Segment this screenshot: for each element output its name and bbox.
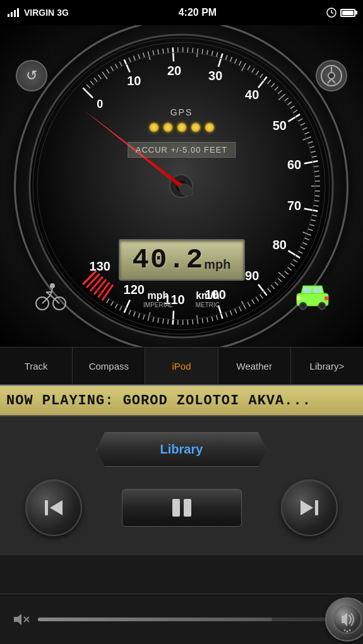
svg-line-21 bbox=[42, 295, 51, 303]
accuracy-display: ACCUR +/-5.00 FEET bbox=[128, 142, 236, 158]
svg-line-22 bbox=[51, 295, 59, 303]
gps-label: GPS bbox=[170, 107, 193, 117]
tab-library[interactable]: Library> bbox=[291, 348, 363, 384]
tab-ipod[interactable]: iPod bbox=[145, 348, 218, 384]
svg-point-48 bbox=[349, 629, 351, 631]
svg-rect-35 bbox=[45, 500, 48, 515]
gps-dot-1 bbox=[150, 123, 158, 132]
library-button-label: Library bbox=[160, 442, 203, 457]
speed-display: 40.2mph bbox=[119, 239, 245, 281]
status-left: VIRGIN 3G bbox=[8, 8, 69, 18]
unit-metric[interactable]: km/h METRIC bbox=[184, 286, 231, 312]
speedometer-section: ↺ GPS ACCUR +/-5.00 FEET 40.2mph mph IMP… bbox=[0, 25, 363, 347]
unit-imperial[interactable]: mph IMPERIAL bbox=[132, 286, 184, 312]
prev-icon bbox=[41, 495, 66, 520]
pause-icon bbox=[166, 495, 198, 520]
svg-point-30 bbox=[301, 304, 305, 308]
volume-section bbox=[0, 594, 363, 644]
svg-line-15 bbox=[328, 79, 331, 83]
next-button[interactable] bbox=[281, 479, 338, 536]
pause-button[interactable] bbox=[122, 489, 242, 527]
svg-rect-38 bbox=[184, 499, 191, 517]
svg-rect-34 bbox=[324, 296, 328, 300]
status-right bbox=[326, 8, 355, 18]
time-display: 4:20 PM bbox=[179, 7, 217, 18]
signal-bars bbox=[8, 8, 19, 17]
svg-line-16 bbox=[331, 79, 335, 83]
car-icon bbox=[294, 281, 331, 312]
mute-icon bbox=[13, 612, 30, 627]
mute-button[interactable] bbox=[13, 612, 30, 627]
svg-marker-36 bbox=[50, 500, 62, 515]
gps-dot-2 bbox=[164, 123, 172, 132]
prev-button[interactable] bbox=[25, 479, 82, 536]
cyclist-mode-button[interactable] bbox=[32, 278, 69, 315]
status-bar: VIRGIN 3G 4:20 PM bbox=[0, 0, 363, 25]
car-mode-button[interactable] bbox=[294, 278, 331, 315]
unit-mph-label: mph bbox=[143, 290, 173, 302]
now-playing-bar: NOW PLAYING: GOROD ZOLOTOI AKVA... bbox=[0, 385, 363, 416]
gps-dot-5 bbox=[205, 123, 214, 132]
svg-rect-39 bbox=[315, 500, 318, 515]
tab-bar: Track Compass iPod Weather Library> bbox=[0, 347, 363, 385]
svg-rect-28 bbox=[314, 287, 321, 293]
svg-point-47 bbox=[347, 630, 348, 632]
unit-kmh-label: km/h bbox=[196, 290, 220, 302]
gps-dot-3 bbox=[177, 123, 186, 132]
ipod-section: Library bbox=[0, 416, 363, 555]
speed-value: 40.2 bbox=[133, 244, 205, 276]
svg-marker-40 bbox=[301, 500, 313, 515]
clock-icon bbox=[326, 8, 336, 18]
network-label: 3G bbox=[57, 8, 69, 18]
svg-point-46 bbox=[344, 629, 346, 631]
svg-rect-27 bbox=[304, 287, 311, 293]
settings-button[interactable] bbox=[316, 60, 347, 91]
gps-dot-4 bbox=[191, 123, 200, 132]
battery-icon bbox=[340, 9, 355, 17]
library-btn-wrapper: Library bbox=[13, 432, 350, 467]
gps-dots bbox=[150, 123, 214, 132]
library-button[interactable]: Library bbox=[97, 432, 267, 467]
cyclist-icon bbox=[33, 279, 68, 314]
unit-metric-label: METRIC bbox=[196, 302, 220, 308]
speed-unit: mph bbox=[204, 257, 230, 271]
svg-marker-41 bbox=[14, 614, 21, 625]
tab-compass[interactable]: Compass bbox=[73, 348, 145, 384]
svg-line-2 bbox=[331, 13, 333, 13]
svg-point-19 bbox=[50, 283, 55, 288]
svg-rect-33 bbox=[297, 296, 301, 300]
reset-icon: ↺ bbox=[26, 67, 37, 84]
reset-button[interactable]: ↺ bbox=[16, 60, 47, 91]
controls-row bbox=[13, 473, 350, 542]
units-toggle: mph IMPERIAL km/h METRIC bbox=[132, 286, 231, 312]
volume-knob[interactable] bbox=[325, 597, 363, 641]
svg-rect-37 bbox=[172, 499, 180, 517]
svg-point-32 bbox=[320, 304, 324, 308]
carrier-label: VIRGIN bbox=[24, 8, 54, 18]
steering-wheel-icon bbox=[320, 64, 343, 87]
tab-weather[interactable]: Weather bbox=[218, 348, 291, 384]
now-playing-text: NOW PLAYING: GOROD ZOLOTOI AKVA... bbox=[0, 393, 311, 409]
volume-knob-icon bbox=[331, 604, 363, 635]
tab-track[interactable]: Track bbox=[0, 348, 73, 384]
next-icon bbox=[297, 495, 322, 520]
unit-imperial-label: IMPERIAL bbox=[143, 302, 173, 308]
svg-point-13 bbox=[328, 73, 335, 79]
volume-slider[interactable] bbox=[38, 618, 350, 621]
